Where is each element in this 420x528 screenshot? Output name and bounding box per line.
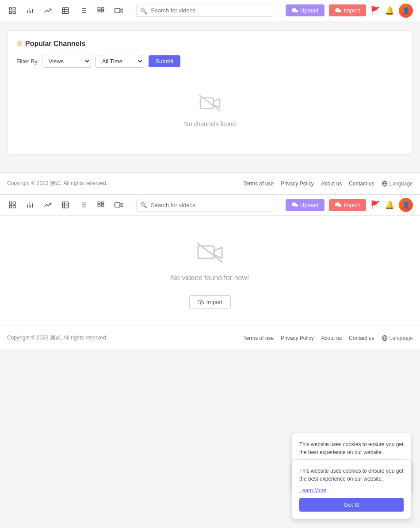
table-icon[interactable] bbox=[60, 5, 71, 16]
no-videos-text: No videos found for now! bbox=[171, 274, 249, 282]
main-content: ☆ Popular Channels Filter By Views Subsc… bbox=[0, 21, 420, 172]
svg-rect-18 bbox=[98, 8, 100, 9]
flag-icon-2[interactable]: 🚩 bbox=[370, 200, 380, 210]
filter-row: Filter By Views Subscribers Videos All T… bbox=[16, 55, 404, 68]
svg-rect-54 bbox=[198, 246, 214, 258]
no-videos-icon bbox=[197, 242, 223, 269]
top-navbar: 🔍 Upload Import 🚩 🔔 👤 bbox=[0, 0, 420, 21]
svg-rect-32 bbox=[13, 202, 15, 204]
list-icon[interactable] bbox=[78, 5, 88, 16]
svg-rect-3 bbox=[13, 11, 15, 13]
search-bar-2: 🔍 bbox=[136, 199, 273, 212]
svg-rect-34 bbox=[13, 206, 15, 208]
svg-rect-49 bbox=[102, 204, 104, 206]
upload-button[interactable]: Upload bbox=[286, 4, 325, 16]
trending-icon[interactable] bbox=[42, 5, 53, 16]
popular-channels-title: Popular Channels bbox=[25, 40, 85, 48]
svg-marker-51 bbox=[120, 203, 122, 207]
svg-rect-50 bbox=[115, 203, 120, 207]
flag-icon[interactable]: 🚩 bbox=[370, 6, 380, 15]
footer2-copyright: Copyright © 2023 测试. All rights reserved… bbox=[7, 334, 107, 342]
import-center-button[interactable]: Import bbox=[189, 295, 231, 309]
search-bar: 🔍 bbox=[136, 4, 273, 17]
terms-link-2[interactable]: Terms of use bbox=[243, 335, 274, 341]
filter-views-select[interactable]: Views Subscribers Videos bbox=[42, 55, 91, 68]
svg-rect-47 bbox=[102, 202, 104, 204]
video-cam-icon-2[interactable] bbox=[113, 200, 124, 210]
card-title: ☆ Popular Channels bbox=[16, 39, 404, 48]
footer-1: Copyright © 2023 测试. All rights reserved… bbox=[0, 172, 420, 194]
nav-right-2: Upload Import 🚩 🔔 👤 bbox=[286, 198, 413, 212]
chart-bar-icon-2[interactable] bbox=[25, 200, 35, 210]
footer2-links: Terms of use Privacy Policy About us Con… bbox=[243, 335, 413, 341]
contact-link[interactable]: Contact us bbox=[349, 181, 374, 187]
bell-icon-2[interactable]: 🔔 bbox=[385, 200, 394, 210]
svg-rect-39 bbox=[62, 202, 69, 208]
home-icon[interactable] bbox=[7, 5, 18, 16]
home-icon-2[interactable] bbox=[7, 200, 18, 210]
trending-icon-2[interactable] bbox=[42, 200, 53, 210]
language-selector[interactable]: Language bbox=[382, 181, 413, 187]
avatar-2[interactable]: 👤 bbox=[399, 198, 413, 212]
filter-by-label: Filter By bbox=[16, 58, 38, 65]
svg-rect-8 bbox=[62, 8, 69, 14]
footer-copyright: Copyright © 2023 测试. All rights reserved… bbox=[7, 180, 107, 187]
second-navbar: 🔍 Upload Import 🚩 🔔 👤 bbox=[0, 194, 420, 216]
cookie-text-1: This website uses cookies to ensure you … bbox=[299, 440, 404, 456]
svg-rect-48 bbox=[98, 204, 100, 206]
terms-link[interactable]: Terms of use bbox=[243, 181, 274, 187]
svg-rect-19 bbox=[102, 8, 104, 9]
language-selector-2[interactable]: Language bbox=[382, 335, 413, 341]
empty-channels-state: No channels found bbox=[16, 77, 404, 145]
search-input[interactable] bbox=[136, 4, 273, 17]
svg-rect-22 bbox=[115, 8, 120, 13]
chart-bar-icon[interactable] bbox=[25, 5, 35, 16]
popular-channels-card: ☆ Popular Channels Filter By Views Subsc… bbox=[7, 30, 413, 154]
svg-rect-2 bbox=[9, 11, 11, 13]
list-icon-2[interactable] bbox=[78, 200, 88, 210]
svg-rect-0 bbox=[9, 8, 11, 10]
nav-icon-group bbox=[7, 5, 124, 16]
filter-time-select[interactable]: All Time This Week This Month bbox=[95, 55, 144, 68]
svg-rect-33 bbox=[9, 206, 11, 208]
no-videos-section: No videos found for now! Import bbox=[0, 216, 420, 327]
svg-rect-1 bbox=[13, 8, 15, 10]
about-link-2[interactable]: About us bbox=[321, 335, 342, 341]
language-label-2: Language bbox=[389, 335, 413, 341]
video-cam-icon[interactable] bbox=[113, 5, 124, 16]
no-channels-text: No channels found bbox=[184, 120, 236, 127]
import-button-2[interactable]: Import bbox=[329, 199, 366, 211]
grid-icon-2[interactable] bbox=[95, 200, 106, 210]
contact-link-2[interactable]: Contact us bbox=[349, 335, 374, 341]
import-label-2: Import bbox=[344, 202, 360, 208]
svg-rect-21 bbox=[102, 10, 104, 12]
footer-2: Copyright © 2023 测试. All rights reserved… bbox=[0, 327, 420, 349]
table-icon-2[interactable] bbox=[60, 200, 71, 210]
grid-icon[interactable] bbox=[95, 5, 106, 16]
privacy-link-2[interactable]: Privacy Policy bbox=[281, 335, 314, 341]
language-label: Language bbox=[389, 181, 413, 187]
nav-right: Upload Import 🚩 🔔 👤 bbox=[286, 4, 413, 18]
upload-label-2: Upload bbox=[300, 202, 318, 208]
second-nav-icon-group bbox=[7, 200, 124, 210]
upload-label: Upload bbox=[300, 7, 318, 14]
search-input-2[interactable] bbox=[136, 199, 273, 212]
search-icon-2: 🔍 bbox=[140, 202, 147, 208]
import-center-label: Import bbox=[206, 299, 223, 305]
svg-rect-20 bbox=[98, 10, 100, 12]
privacy-link[interactable]: Privacy Policy bbox=[281, 181, 314, 187]
about-link[interactable]: About us bbox=[321, 181, 342, 187]
bell-icon[interactable]: 🔔 bbox=[385, 6, 394, 15]
footer-links: Terms of use Privacy Policy About us Con… bbox=[243, 181, 413, 187]
no-channels-icon bbox=[199, 94, 221, 116]
svg-rect-31 bbox=[9, 202, 11, 204]
submit-button[interactable]: Submit bbox=[149, 55, 180, 67]
import-button[interactable]: Import bbox=[329, 4, 366, 16]
avatar[interactable]: 👤 bbox=[399, 4, 413, 18]
svg-marker-23 bbox=[120, 8, 122, 12]
svg-rect-26 bbox=[200, 98, 214, 108]
import-label: Import bbox=[344, 7, 360, 14]
cookie-banner-1: This website uses cookies to ensure you … bbox=[292, 433, 411, 459]
upload-button-2[interactable]: Upload bbox=[286, 199, 325, 211]
svg-rect-46 bbox=[98, 202, 100, 204]
